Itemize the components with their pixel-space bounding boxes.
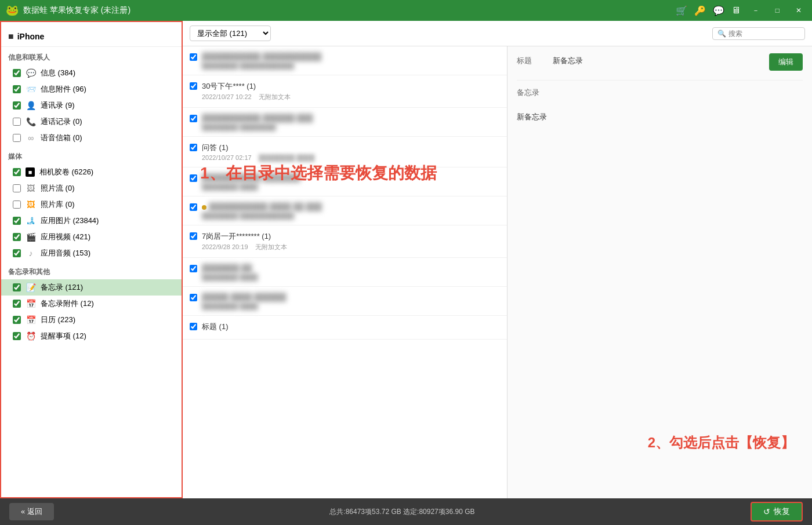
app-logo: 🐸 bbox=[6, 4, 19, 17]
sidebar-item-photo-stream[interactable]: 🖼 照片流 (0) bbox=[1, 180, 182, 196]
contacts-checkbox[interactable] bbox=[13, 101, 21, 110]
calendar-label: 日历 (223) bbox=[41, 315, 75, 325]
item3-title: ███████████ ██████ ███ bbox=[202, 114, 500, 122]
search-input[interactable] bbox=[728, 30, 798, 38]
recover-button[interactable]: ↺ 恢复 bbox=[751, 502, 803, 522]
photo-library-checkbox[interactable] bbox=[13, 200, 21, 209]
item3-checkbox[interactable] bbox=[190, 115, 197, 122]
overlay-instruction-2: 2、勾选后点击【恢复】 bbox=[648, 433, 795, 452]
recover-label: 恢复 bbox=[774, 506, 790, 517]
call-log-icon: 📞 bbox=[26, 116, 36, 127]
app-photos-checkbox[interactable] bbox=[13, 217, 21, 225]
list-item[interactable]: ███████████ ████ ██ ███ ████████ ███████… bbox=[183, 196, 507, 225]
camera-roll-checkbox[interactable] bbox=[13, 168, 21, 176]
messages-checkbox[interactable] bbox=[13, 69, 21, 77]
sidebar-item-call-log[interactable]: 📞 通话记录 (0) bbox=[1, 114, 182, 130]
notes-checkbox[interactable] bbox=[13, 283, 21, 291]
sidebar-item-reminders[interactable]: ⏰ 提醒事项 (12) bbox=[1, 328, 182, 344]
sidebar-item-note-attach[interactable]: 📅 备忘录附件 (12) bbox=[1, 296, 182, 312]
item9-checkbox[interactable] bbox=[190, 294, 197, 301]
call-log-checkbox[interactable] bbox=[13, 118, 21, 126]
calendar-checkbox[interactable] bbox=[13, 316, 21, 324]
item2-meta: 2022/10/27 10:22 无附加文本 bbox=[202, 93, 500, 101]
monitor-icon[interactable]: 🖥 bbox=[731, 5, 741, 16]
list-item[interactable]: 标题 (1) bbox=[183, 316, 507, 340]
sidebar-item-camera-roll[interactable]: ■ 相机胶卷 (6226) bbox=[1, 164, 182, 180]
item4-checkbox[interactable] bbox=[190, 144, 197, 151]
notes-label: 备忘录 bbox=[517, 88, 546, 98]
sidebar-item-app-videos[interactable]: 🎬 应用视频 (421) bbox=[1, 229, 182, 245]
camera-roll-label: 相机胶卷 (6226) bbox=[39, 167, 93, 177]
item2-checkbox[interactable] bbox=[190, 82, 197, 90]
item1-meta: ████████ ████████████ bbox=[202, 62, 500, 69]
reminders-label: 提醒事项 (12) bbox=[41, 331, 86, 341]
status-text: 总共:86473项53.72 GB 选定:80927项36.90 GB bbox=[63, 507, 741, 517]
sidebar-item-msg-attach[interactable]: 📨 信息附件 (96) bbox=[1, 81, 182, 97]
item6-meta: ████████ ████████████ bbox=[202, 212, 500, 219]
app-videos-checkbox[interactable] bbox=[13, 233, 21, 241]
main-container: ■ iPhone 信息和联系人 💬 信息 (384) 📨 信息附件 (96) 👤… bbox=[0, 21, 812, 498]
list-item[interactable]: ███████████ ██████ ███ ████████ ████████ bbox=[183, 108, 507, 137]
msg-attach-checkbox[interactable] bbox=[13, 85, 21, 93]
maximize-button[interactable]: □ bbox=[771, 5, 784, 16]
list-item[interactable]: ███████ ██ ████████ ████ bbox=[183, 258, 507, 287]
notes-icon: 📝 bbox=[26, 282, 36, 293]
reminders-checkbox[interactable] bbox=[13, 332, 21, 340]
item6-checkbox[interactable] bbox=[190, 203, 197, 211]
reminders-icon: ⏰ bbox=[26, 331, 36, 341]
voicemail-checkbox[interactable] bbox=[13, 134, 21, 142]
sidebar-item-photo-library[interactable]: 🖼 照片库 (0) bbox=[1, 196, 182, 213]
item1-content: ███████████ ███████████ ████████ ███████… bbox=[202, 52, 500, 69]
sidebar-item-app-audio[interactable]: ♪ 应用音频 (153) bbox=[1, 245, 182, 261]
list-item[interactable]: 30号下午**** (1) 2022/10/27 10:22 无附加文本 bbox=[183, 75, 507, 108]
sidebar-item-calendar[interactable]: 📅 日历 (223) bbox=[1, 312, 182, 328]
photo-library-icon: 🖼 bbox=[26, 199, 36, 210]
section-title-media: 媒体 bbox=[1, 146, 182, 164]
device-item[interactable]: ■ iPhone bbox=[1, 27, 182, 47]
close-button[interactable]: ✕ bbox=[791, 5, 806, 16]
edit-button[interactable]: 编辑 bbox=[769, 53, 803, 71]
item9-title: █████ ████ ██████ bbox=[202, 293, 500, 301]
list-item[interactable]: ███████████ ███████ ████████ ████ bbox=[183, 167, 507, 196]
search-box[interactable]: 🔍 bbox=[712, 27, 805, 40]
sidebar-item-notes[interactable]: 📝 备忘录 (121) bbox=[1, 279, 182, 296]
list-item[interactable]: ███████████ ███████████ ████████ ███████… bbox=[183, 46, 507, 75]
filter-dropdown[interactable]: 显示全部 (121) bbox=[190, 25, 271, 41]
msg-attach-icon: 📨 bbox=[26, 84, 36, 94]
item7-content: 7岗居一开******** (1) 2022/9/28 20:19 无附加文本 bbox=[202, 231, 500, 251]
item8-meta: ████████ ████ bbox=[202, 274, 500, 280]
item7-checkbox[interactable] bbox=[190, 232, 197, 240]
note-attach-checkbox[interactable] bbox=[13, 300, 21, 308]
item5-meta: ████████ ████ bbox=[202, 183, 500, 190]
list-item[interactable]: 问答 (1) 2022/10/27 02:17 ████████ ████ bbox=[183, 137, 507, 167]
photo-stream-checkbox[interactable] bbox=[13, 184, 21, 192]
minimize-button[interactable]: － bbox=[748, 5, 764, 17]
sidebar-item-app-photos[interactable]: 🏞 应用图片 (23844) bbox=[1, 213, 182, 229]
app-photos-label: 应用图片 (23844) bbox=[41, 216, 99, 226]
cart-icon[interactable]: 🛒 bbox=[676, 5, 687, 16]
app-audio-checkbox[interactable] bbox=[13, 249, 21, 257]
sidebar-item-messages[interactable]: 💬 信息 (384) bbox=[1, 65, 182, 81]
photo-stream-label: 照片流 (0) bbox=[41, 183, 75, 194]
key-icon[interactable]: 🔑 bbox=[694, 5, 706, 16]
item5-checkbox[interactable] bbox=[190, 174, 197, 182]
item8-checkbox[interactable] bbox=[190, 265, 197, 272]
item10-content: 标题 (1) bbox=[202, 322, 500, 333]
list-item[interactable]: █████ ████ ██████ ████████ ████ bbox=[183, 287, 507, 316]
note-attach-icon: 📅 bbox=[26, 298, 36, 309]
item2-title: 30号下午**** (1) bbox=[202, 81, 500, 92]
item10-checkbox[interactable] bbox=[190, 323, 197, 330]
title-label: 标题 bbox=[517, 56, 546, 66]
chat-icon[interactable]: 💬 bbox=[713, 5, 724, 16]
back-button[interactable]: « 返回 bbox=[9, 503, 54, 520]
device-icon: ■ bbox=[8, 31, 14, 42]
sidebar-item-voicemail[interactable]: ∞ 语音信箱 (0) bbox=[1, 130, 182, 146]
list-item[interactable]: 7岗居一开******** (1) 2022/9/28 20:19 无附加文本 bbox=[183, 225, 507, 258]
title-value: 新备忘录 bbox=[553, 56, 583, 66]
contacts-label: 通讯录 (9) bbox=[41, 100, 75, 111]
notes-label: 备忘录 (121) bbox=[41, 282, 83, 293]
detail-notes-row: 备忘录 bbox=[517, 88, 803, 105]
detail-title-row: 标题 新备忘录 bbox=[517, 56, 803, 73]
sidebar-item-contacts[interactable]: 👤 通讯录 (9) bbox=[1, 97, 182, 114]
item1-checkbox[interactable] bbox=[190, 53, 197, 61]
